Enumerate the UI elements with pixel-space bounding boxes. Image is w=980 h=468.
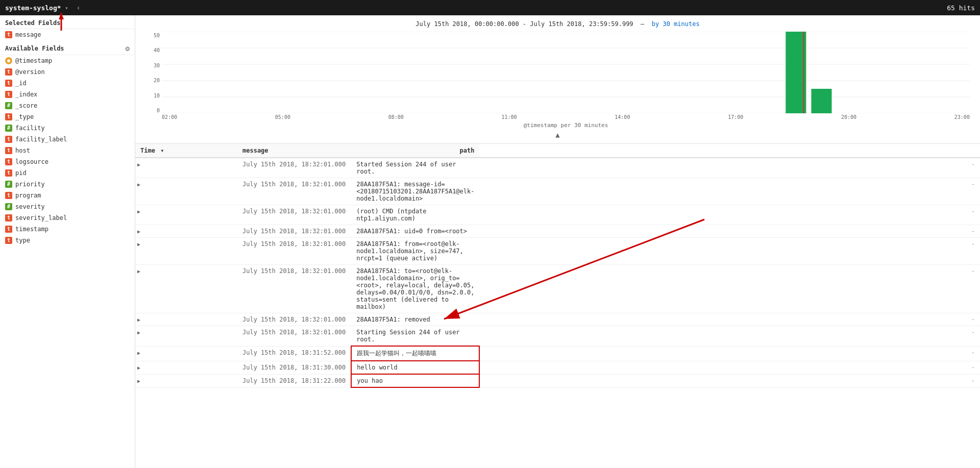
expand-row-button[interactable]: ▶ bbox=[137, 182, 140, 187]
message-cell: hello world bbox=[351, 361, 479, 374]
path-cell: - bbox=[479, 313, 980, 326]
gear-icon[interactable]: ⚙ bbox=[126, 44, 130, 53]
chart-svg bbox=[162, 32, 970, 113]
sidebar-field-severity_label[interactable]: tseverity_label bbox=[0, 212, 135, 224]
available-fields-header: Available Fields ⚙ bbox=[0, 40, 135, 55]
collapse-chart-button[interactable]: ▲ bbox=[145, 129, 970, 141]
field-type-icon: t bbox=[5, 226, 12, 233]
field-type-icon: t bbox=[5, 68, 12, 76]
table-row: ▶July 15th 2018, 18:32:01.000(root) CMD … bbox=[135, 205, 980, 225]
field-type-icon: # bbox=[5, 125, 12, 132]
sidebar-field-facility_label[interactable]: tfacility_label bbox=[0, 134, 135, 145]
message-cell: (root) CMD (ntpdate ntp1.aliyun.com) bbox=[351, 205, 479, 225]
table-row: ▶July 15th 2018, 18:32:01.00028AA187F5A1… bbox=[135, 265, 980, 313]
field-type-icon: t bbox=[5, 113, 12, 120]
message-cell: Started Session 244 of user root. bbox=[351, 158, 479, 178]
sidebar-field-@version[interactable]: t@version bbox=[0, 66, 135, 78]
field-label: logsource bbox=[15, 158, 48, 165]
field-label: _score bbox=[15, 102, 37, 109]
chart-date-range: July 15th 2018, 00:00:00.000 - July 15th… bbox=[415, 20, 633, 28]
time-label: Time bbox=[140, 147, 155, 154]
sort-arrow-icon: ▾ bbox=[160, 147, 164, 154]
path-cell: - bbox=[479, 346, 980, 361]
path-cell: - bbox=[479, 326, 980, 347]
expand-row-button[interactable]: ▶ bbox=[137, 330, 140, 335]
sidebar-field-@timestamp[interactable]: ●@timestamp bbox=[0, 55, 135, 66]
field-type-icon: # bbox=[5, 203, 12, 210]
message-cell: you hao bbox=[351, 374, 479, 387]
table-row: ▶July 15th 2018, 18:32:01.00028AA187F5A1… bbox=[135, 178, 980, 205]
path-cell: - bbox=[479, 158, 980, 178]
x-label-08: 08:00 bbox=[388, 114, 404, 120]
sidebar-field-program[interactable]: tprogram bbox=[0, 190, 135, 201]
x-label-11: 11:00 bbox=[501, 114, 517, 120]
y-tick-0: 0 bbox=[145, 108, 160, 113]
expand-row-button[interactable]: ▶ bbox=[137, 268, 140, 274]
message-cell: 28AA187F5A1: message-id=<20180715103201.… bbox=[351, 178, 479, 205]
message-cell: 28AA187F5A1: to=<root@elk-node1.localdom… bbox=[351, 265, 479, 313]
sidebar: Selected Fields t message Available Fiel… bbox=[0, 15, 135, 468]
expand-row-button[interactable]: ▶ bbox=[137, 317, 140, 323]
sidebar-field-_type[interactable]: t_type bbox=[0, 111, 135, 122]
path-column-header: path bbox=[351, 144, 479, 158]
field-type-icon: t bbox=[5, 136, 12, 143]
sidebar-field-host[interactable]: thost bbox=[0, 145, 135, 156]
chart-interval-link[interactable]: by 30 minutes bbox=[652, 20, 700, 28]
message-cell: 28AA187F5A1: uid=0 from=<root> bbox=[351, 225, 479, 238]
sidebar-field-type[interactable]: ttype bbox=[0, 235, 135, 246]
path-cell: - bbox=[479, 374, 980, 387]
sidebar-field-logsource[interactable]: tlogsource bbox=[0, 156, 135, 167]
field-label: _type bbox=[15, 113, 34, 120]
y-tick-20: 20 bbox=[145, 78, 160, 83]
sidebar-field-_index[interactable]: t_index bbox=[0, 89, 135, 100]
x-label-14: 14:00 bbox=[615, 114, 630, 120]
expand-row-button[interactable]: ▶ bbox=[137, 162, 140, 167]
expand-row-button[interactable]: ▶ bbox=[137, 365, 140, 371]
sidebar-field-priority[interactable]: #priority bbox=[0, 179, 135, 190]
sidebar-field-_id[interactable]: t_id bbox=[0, 78, 135, 89]
path-cell: - bbox=[479, 225, 980, 238]
sidebar-field-pid[interactable]: tpid bbox=[0, 167, 135, 179]
field-type-icon: t bbox=[5, 158, 12, 165]
field-label: program bbox=[15, 192, 41, 199]
field-label: host bbox=[15, 147, 30, 154]
path-cell: - bbox=[479, 265, 980, 313]
table-row: ▶July 15th 2018, 18:31:30.000hello world… bbox=[135, 361, 980, 374]
path-cell: - bbox=[479, 178, 980, 205]
x-label-05: 05:00 bbox=[275, 114, 290, 120]
field-label: priority bbox=[15, 181, 45, 188]
field-label: severity bbox=[15, 203, 45, 210]
time-cell: July 15th 2018, 18:32:01.000 bbox=[237, 313, 351, 326]
sidebar-field-_score[interactable]: #_score bbox=[0, 100, 135, 111]
sidebar-field-message[interactable]: t message bbox=[0, 29, 135, 40]
top-bar: system-syslog* ▾ ‹ 65 hits bbox=[0, 0, 980, 15]
time-cell: July 15th 2018, 18:31:30.000 bbox=[237, 361, 351, 374]
time-cell: July 15th 2018, 18:32:01.000 bbox=[237, 158, 351, 178]
expand-row-button[interactable]: ▶ bbox=[137, 209, 140, 214]
table-row: ▶July 15th 2018, 18:32:01.000Starting Se… bbox=[135, 326, 980, 347]
time-cell: July 15th 2018, 18:32:01.000 bbox=[237, 205, 351, 225]
table-row: ▶July 15th 2018, 18:32:01.00028AA187F5A1… bbox=[135, 225, 980, 238]
index-name[interactable]: system-syslog* bbox=[5, 4, 61, 12]
message-cell: 28AA187F5A1: removed bbox=[351, 313, 479, 326]
expand-row-button[interactable]: ▶ bbox=[137, 241, 140, 247]
message-cell: Starting Session 244 of user root. bbox=[351, 326, 479, 347]
expand-row-button[interactable]: ▶ bbox=[137, 378, 140, 384]
field-label: severity_label bbox=[15, 214, 67, 221]
message-cell: 跟我一起学猫叫，一起喵喵喵 bbox=[351, 346, 479, 361]
hits-badge: 65 hits bbox=[947, 4, 975, 12]
dropdown-icon[interactable]: ▾ bbox=[65, 5, 68, 11]
results-area: Time ▾ message path ▶July 15th 2018, 18:… bbox=[135, 144, 980, 468]
expand-row-button[interactable]: ▶ bbox=[137, 229, 140, 234]
sidebar-field-severity[interactable]: #severity bbox=[0, 201, 135, 212]
time-column-header[interactable]: Time ▾ bbox=[135, 144, 237, 158]
expand-row-button[interactable]: ▶ bbox=[137, 350, 140, 356]
chart-svg-wrapper: 02:00 05:00 08:00 11:00 14:00 17:00 20:0… bbox=[162, 32, 970, 129]
sidebar-field-timestamp[interactable]: ttimestamp bbox=[0, 224, 135, 235]
sidebar-field-facility[interactable]: #facility bbox=[0, 122, 135, 134]
field-label: @version bbox=[15, 68, 45, 76]
field-label: @timestamp bbox=[15, 57, 52, 64]
collapse-sidebar-button[interactable]: ‹ bbox=[77, 4, 81, 12]
field-type-icon: # bbox=[5, 102, 12, 109]
time-cell: July 15th 2018, 18:31:52.000 bbox=[237, 346, 351, 361]
